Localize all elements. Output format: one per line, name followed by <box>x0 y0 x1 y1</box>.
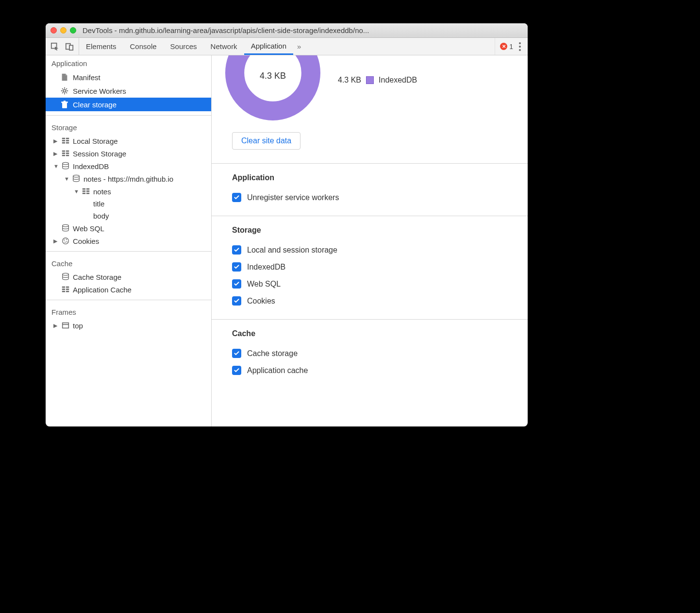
more-tabs-icon[interactable]: » <box>293 42 305 51</box>
checkbox-indexeddb[interactable]: IndexedDB <box>232 258 528 275</box>
checkbox-websql[interactable]: Web SQL <box>232 275 528 292</box>
checkbox-application-cache[interactable]: Application cache <box>232 362 528 379</box>
main-panel: 4.3 KB 4.3 KB IndexedDB Clear site data … <box>212 55 528 426</box>
trash-icon <box>60 100 69 109</box>
svg-rect-33 <box>62 289 65 290</box>
svg-rect-21 <box>86 190 89 192</box>
gear-icon <box>60 86 69 95</box>
svg-rect-12 <box>62 153 65 154</box>
sidebar-item-session-storage[interactable]: ▶ Session Storage <box>46 147 211 160</box>
storage-usage-donut: 4.3 KB <box>225 55 320 120</box>
sidebar-item-indexeddb-db[interactable]: ▼ notes - https://mdn.github.io <box>46 172 211 185</box>
window-title: DevTools - mdn.github.io/learning-area/j… <box>83 26 523 34</box>
close-window-button[interactable] <box>50 27 57 34</box>
tab-console[interactable]: Console <box>123 38 164 55</box>
checkbox-icon <box>232 193 241 202</box>
svg-point-28 <box>65 242 66 243</box>
inspect-element-icon[interactable] <box>50 42 59 51</box>
zoom-window-button[interactable] <box>70 27 76 34</box>
svg-point-30 <box>63 273 69 275</box>
svg-rect-20 <box>83 190 85 192</box>
storage-icon <box>61 136 70 145</box>
sidebar-item-indexeddb-col-body[interactable]: body <box>46 210 211 222</box>
chevron-down-icon: ▼ <box>53 163 58 169</box>
database-icon <box>61 162 70 170</box>
checkbox-icon <box>232 296 241 306</box>
tab-sources[interactable]: Sources <box>164 38 204 55</box>
svg-rect-10 <box>62 151 65 152</box>
devtools-window: DevTools - mdn.github.io/learning-area/j… <box>46 23 528 426</box>
sidebar-item-label: Manifest <box>73 73 100 82</box>
sidebar-item-label: notes - https://mdn.github.io <box>83 175 173 183</box>
sidebar-item-service-workers[interactable]: Service Workers <box>46 84 211 98</box>
database-icon <box>61 224 70 233</box>
checkbox-label: Cache storage <box>247 349 298 358</box>
error-count-badge[interactable]: ✕ 1 <box>500 43 513 51</box>
svg-rect-7 <box>66 140 69 141</box>
svg-rect-11 <box>66 151 69 152</box>
storage-icon <box>82 187 90 196</box>
chevron-right-icon: ▶ <box>53 323 58 329</box>
svg-rect-37 <box>63 323 69 328</box>
cookie-icon <box>61 237 70 245</box>
checkbox-label: Local and session storage <box>247 246 337 255</box>
svg-point-16 <box>63 162 69 165</box>
tab-network[interactable]: Network <box>204 38 244 55</box>
section-title: Storage <box>232 226 528 235</box>
sidebar-item-local-storage[interactable]: ▶ Local Storage <box>46 135 211 147</box>
checkbox-label: Cookies <box>247 297 275 306</box>
checkbox-unregister-sw[interactable]: Unregister service workers <box>232 189 528 206</box>
checkbox-label: Application cache <box>247 366 308 375</box>
checkbox-cache-storage[interactable]: Cache storage <box>232 345 528 362</box>
sidebar-item-clear-storage[interactable]: Clear storage <box>46 98 211 111</box>
sidebar-item-label: Web SQL <box>73 224 104 233</box>
minimize-window-button[interactable] <box>60 27 67 34</box>
device-toolbar-icon[interactable] <box>65 42 74 51</box>
database-icon <box>72 174 81 183</box>
settings-menu-icon[interactable] <box>517 40 523 53</box>
clear-site-data-button[interactable]: Clear site data <box>232 132 300 150</box>
sidebar-item-cookies[interactable]: ▶ Cookies <box>46 235 211 247</box>
sidebar-item-websql[interactable]: Web SQL <box>46 222 211 235</box>
sidebar-group-frames: Frames <box>46 304 211 319</box>
section-title: Cache <box>232 329 528 338</box>
sidebar: Application Manifest Service Workers Cle… <box>46 55 212 426</box>
sidebar-item-application-cache[interactable]: Application Cache <box>46 283 211 296</box>
svg-point-29 <box>67 241 67 242</box>
svg-rect-36 <box>66 291 69 292</box>
sidebar-item-cache-storage[interactable]: Cache Storage <box>46 271 211 283</box>
sidebar-item-indexeddb[interactable]: ▼ IndexedDB <box>46 160 211 172</box>
tab-elements[interactable]: Elements <box>79 38 123 55</box>
checkbox-cookies[interactable]: Cookies <box>232 292 528 309</box>
error-count: 1 <box>509 43 513 51</box>
chevron-down-icon: ▼ <box>74 188 79 194</box>
sidebar-item-label: Service Workers <box>73 87 126 95</box>
sidebar-item-indexeddb-col-title[interactable]: title <box>46 198 211 210</box>
error-icon: ✕ <box>500 43 507 50</box>
svg-rect-5 <box>66 138 69 139</box>
sidebar-item-frame-top[interactable]: ▶ top <box>46 319 211 332</box>
chevron-right-icon: ▶ <box>53 151 58 157</box>
chevron-right-icon: ▶ <box>53 238 58 244</box>
sidebar-item-manifest[interactable]: Manifest <box>46 70 211 84</box>
storage-usage-total: 4.3 KB <box>225 55 320 120</box>
svg-rect-19 <box>86 188 89 190</box>
sidebar-item-label: body <box>93 212 109 220</box>
section-title: Application <box>232 173 528 182</box>
chevron-down-icon: ▼ <box>64 176 69 182</box>
checkbox-local-session-storage[interactable]: Local and session storage <box>232 241 528 258</box>
svg-rect-18 <box>83 188 85 190</box>
storage-icon <box>61 285 70 294</box>
section-cache: Cache Cache storage Application cache <box>212 319 528 389</box>
svg-rect-13 <box>66 153 69 154</box>
storage-icon <box>61 149 70 158</box>
sidebar-item-indexeddb-table[interactable]: ▼ notes <box>46 185 211 198</box>
section-storage: Storage Local and session storage Indexe… <box>212 216 528 319</box>
svg-rect-32 <box>66 287 69 288</box>
sidebar-item-label: title <box>93 200 104 208</box>
sidebar-item-label: Local Storage <box>73 137 118 145</box>
sidebar-item-label: Clear storage <box>73 101 117 109</box>
tab-application[interactable]: Application <box>244 38 293 55</box>
checkbox-icon <box>232 279 241 289</box>
svg-rect-34 <box>66 289 69 290</box>
